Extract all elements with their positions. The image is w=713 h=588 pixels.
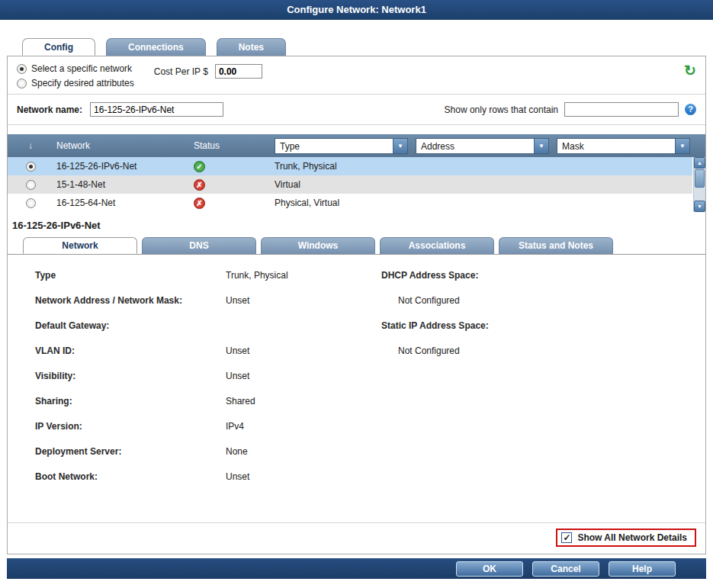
help-icon[interactable]: ?: [685, 104, 696, 115]
row-filter-input[interactable]: [564, 102, 679, 117]
static-ip-address-space-value: Not Configured: [381, 345, 489, 371]
detail-row: IP Version: IPv4: [35, 421, 371, 446]
chevron-down-icon[interactable]: ▼: [675, 139, 689, 153]
radio-group: Select a specific network Specify desire…: [17, 63, 134, 88]
detail-label: VLAN ID:: [35, 345, 226, 356]
type-filter-box[interactable]: Type ▼: [275, 138, 408, 154]
tab-config[interactable]: Config: [22, 38, 95, 56]
detail-bottom-bar: ✓ Show All Network Details: [8, 522, 705, 554]
help-button[interactable]: Help: [609, 561, 676, 577]
status-error-icon: ✗: [194, 198, 205, 209]
network-detail-panel: Type Trunk, Physical Network Address / N…: [8, 255, 705, 501]
show-all-details-annotation[interactable]: ✓ Show All Network Details: [556, 529, 696, 547]
row-select-radio[interactable]: [26, 198, 36, 208]
ok-button[interactable]: OK: [456, 561, 523, 577]
scrollbar-thumb[interactable]: [695, 169, 705, 188]
status-ok-icon: ✓: [194, 161, 205, 172]
detail-right-column: DHCP Address Space: Not Configured Stati…: [381, 270, 489, 496]
detail-row: Boot Network: Unset: [35, 471, 371, 496]
network-table: ↓ Network Status Type ▼ Address ▼: [8, 134, 705, 212]
row-select-radio[interactable]: [26, 180, 36, 190]
row-network-name: 15-1-48-Net: [53, 179, 191, 190]
tab-network[interactable]: Network: [23, 237, 137, 254]
network-table-header: ↓ Network Status Type ▼ Address ▼: [8, 134, 705, 157]
select-specific-network-radio[interactable]: [17, 64, 27, 74]
refresh-icon[interactable]: ↻: [684, 63, 696, 78]
table-row[interactable]: 16-125-64-Net ✗ Physical, Virtual: [8, 194, 692, 212]
network-name-label: Network name:: [17, 104, 82, 115]
detail-label: Network Address / Network Mask:: [35, 295, 226, 306]
network-name-section: Network name: Show only rows that contai…: [8, 95, 705, 125]
radio-row-desired-attributes[interactable]: Specify desired attributes: [17, 78, 134, 88]
network-selection-options: Select a specific network Specify desire…: [8, 56, 705, 95]
cost-per-ip-group: Cost Per IP $: [154, 64, 262, 79]
detail-label: IP Version:: [35, 421, 226, 432]
dialog-title: Configure Network: Network1: [287, 4, 426, 15]
chevron-down-icon[interactable]: ▼: [534, 139, 548, 153]
chevron-down-icon[interactable]: ▼: [393, 139, 407, 153]
tab-notes[interactable]: Notes: [217, 38, 286, 56]
tab-connections[interactable]: Connections: [106, 38, 206, 56]
detail-left-column: Type Trunk, Physical Network Address / N…: [35, 270, 371, 496]
address-filter-box[interactable]: Address ▼: [416, 138, 549, 154]
row-select-radio[interactable]: [26, 162, 36, 172]
detail-label: Deployment Server:: [35, 446, 226, 457]
detail-label: Type: [35, 270, 226, 281]
detail-value: Trunk, Physical: [226, 270, 288, 281]
dialog-body: Config Connections Notes Select a specif…: [0, 38, 713, 579]
address-filter-dropdown[interactable]: Address ▼: [416, 138, 549, 154]
select-specific-network-label: Select a specific network: [31, 63, 132, 74]
cancel-button[interactable]: Cancel: [532, 561, 599, 577]
dhcp-address-space-value: Not Configured: [381, 295, 489, 320]
tab-dns[interactable]: DNS: [142, 237, 256, 254]
row-network-type: Virtual: [275, 179, 408, 190]
detail-value: Unset: [226, 295, 249, 306]
detail-tab-bar: Network DNS Windows Associations Status …: [8, 237, 705, 255]
detail-value: Unset: [226, 371, 249, 381]
tab-windows[interactable]: Windows: [261, 237, 375, 254]
row-network-type: Physical, Virtual: [275, 198, 408, 208]
detail-row: Default Gateway:: [35, 320, 371, 345]
tab-status-and-notes[interactable]: Status and Notes: [499, 237, 613, 254]
dhcp-address-space-label: DHCP Address Space:: [381, 270, 489, 295]
address-filter-value: Address: [416, 139, 534, 153]
sort-arrow-icon[interactable]: ↓: [28, 140, 33, 151]
detail-row: Sharing: Shared: [35, 396, 371, 421]
dialog-footer: OK Cancel Help: [7, 558, 706, 579]
scroll-down-icon[interactable]: ▼: [694, 201, 705, 212]
show-all-details-label: Show All Network Details: [577, 532, 687, 543]
radio-row-specific-network[interactable]: Select a specific network: [17, 63, 134, 74]
mask-filter-dropdown[interactable]: Mask ▼: [557, 138, 690, 154]
status-column-header[interactable]: Status: [191, 140, 275, 151]
specify-attributes-label: Specify desired attributes: [31, 78, 134, 88]
detail-label: Boot Network:: [35, 471, 226, 482]
detail-label: Visibility:: [35, 371, 226, 381]
static-ip-address-space-label: Static IP Address Space:: [381, 320, 489, 345]
status-error-icon: ✗: [194, 179, 205, 191]
detail-row: Visibility: Unset: [35, 371, 371, 396]
table-scrollbar[interactable]: ▲ ▼: [693, 157, 705, 212]
tab-associations[interactable]: Associations: [380, 237, 494, 254]
detail-value: Unset: [226, 471, 249, 482]
cost-per-ip-input[interactable]: [215, 64, 262, 79]
detail-row: VLAN ID: Unset: [35, 345, 371, 371]
type-filter-value: Type: [275, 139, 393, 153]
mask-filter-box[interactable]: Mask ▼: [557, 138, 690, 154]
table-row[interactable]: 15-1-48-Net ✗ Virtual: [8, 175, 692, 194]
config-panel: Select a specific network Specify desire…: [7, 56, 706, 554]
sort-column-header[interactable]: ↓: [8, 140, 53, 151]
type-filter-dropdown[interactable]: Type ▼: [275, 138, 408, 154]
table-row[interactable]: 16-125-26-IPv6-Net ✓ Trunk, Physical: [8, 157, 692, 175]
network-column-header[interactable]: Network: [53, 140, 191, 151]
scroll-up-icon[interactable]: ▲: [694, 157, 705, 169]
show-all-details-checkbox[interactable]: ✓: [561, 532, 572, 543]
specify-attributes-radio[interactable]: [17, 79, 27, 88]
selected-network-heading: 16-125-26-IPv6-Net: [8, 212, 705, 237]
detail-label: Default Gateway:: [35, 320, 226, 331]
cost-per-ip-label: Cost Per IP $: [154, 66, 208, 77]
detail-value: Shared: [226, 396, 255, 406]
network-table-rows: 16-125-26-IPv6-Net ✓ Trunk, Physical 15-…: [8, 157, 705, 212]
network-name-input[interactable]: [90, 102, 223, 117]
detail-label: Sharing:: [35, 396, 226, 406]
main-tab-bar: Config Connections Notes: [22, 38, 706, 56]
